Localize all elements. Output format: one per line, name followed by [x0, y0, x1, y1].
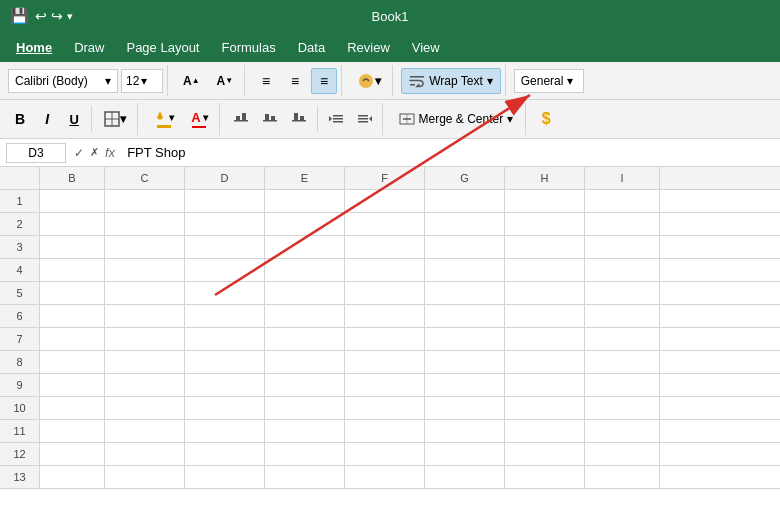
grid-cell[interactable] [585, 259, 660, 281]
align-top-right-button[interactable]: ≡ [311, 68, 337, 94]
grid-cell[interactable] [585, 420, 660, 442]
font-size-arrow[interactable]: ▾ [141, 74, 147, 88]
col-header-I[interactable]: I [585, 167, 660, 189]
align-bottom-left-button[interactable] [228, 106, 254, 132]
grid-cell[interactable] [505, 213, 585, 235]
font-size-selector[interactable]: 12 ▾ [121, 69, 163, 93]
grid-cell[interactable] [425, 443, 505, 465]
grid-cell[interactable] [40, 213, 105, 235]
grid-cell[interactable] [505, 190, 585, 212]
grid-cell[interactable] [105, 351, 185, 373]
grid-cell[interactable] [505, 236, 585, 258]
grid-cell[interactable] [265, 213, 345, 235]
row-header[interactable]: 1 [0, 190, 40, 212]
number-format-dropdown[interactable]: General ▾ [514, 69, 584, 93]
italic-button[interactable]: I [35, 106, 59, 132]
grid-cell[interactable] [40, 351, 105, 373]
grid-cell[interactable] [585, 466, 660, 488]
row-header[interactable]: 10 [0, 397, 40, 419]
grid-cell[interactable] [265, 351, 345, 373]
grid-cell[interactable] [40, 305, 105, 327]
grid-cell[interactable] [345, 236, 425, 258]
grid-cell[interactable] [505, 420, 585, 442]
row-header[interactable]: 2 [0, 213, 40, 235]
grid-cell[interactable] [505, 282, 585, 304]
grid-cell[interactable] [345, 190, 425, 212]
grid-cell[interactable] [345, 374, 425, 396]
number-format-arrow[interactable]: ▾ [567, 74, 573, 88]
grid-cell[interactable] [105, 328, 185, 350]
grid-cell[interactable] [425, 351, 505, 373]
menu-item-home[interactable]: Home [6, 36, 62, 59]
grid-cell[interactable] [40, 259, 105, 281]
grid-cell[interactable] [265, 236, 345, 258]
indent-decrease-button[interactable] [323, 106, 349, 132]
grid-cell[interactable] [265, 259, 345, 281]
grid-cell[interactable] [105, 374, 185, 396]
grid-cell[interactable] [505, 259, 585, 281]
grid-cell[interactable] [345, 351, 425, 373]
grid-cell[interactable] [40, 236, 105, 258]
save-icon[interactable]: 💾 [10, 7, 29, 25]
grid-cell[interactable] [585, 374, 660, 396]
grid-cell[interactable] [425, 328, 505, 350]
grid-cell[interactable] [505, 351, 585, 373]
grid-cell[interactable] [345, 305, 425, 327]
menu-item-data[interactable]: Data [288, 36, 335, 59]
row-header[interactable]: 6 [0, 305, 40, 327]
row-header[interactable]: 5 [0, 282, 40, 304]
undo-button[interactable]: ↩ [35, 8, 47, 24]
grid-cell[interactable] [425, 282, 505, 304]
grid-cell[interactable] [185, 351, 265, 373]
grid-cell[interactable] [185, 466, 265, 488]
wrap-text-arrow[interactable]: ▾ [487, 74, 493, 88]
grid-cell[interactable] [505, 328, 585, 350]
grid-cell[interactable] [425, 259, 505, 281]
grid-cell[interactable] [40, 282, 105, 304]
col-header-C[interactable]: C [105, 167, 185, 189]
grid-cell[interactable] [585, 213, 660, 235]
paint-format-button[interactable]: ▾ [350, 68, 388, 94]
grid-cell[interactable] [185, 213, 265, 235]
wrap-text-button[interactable]: Wrap Text ▾ [401, 68, 501, 94]
grid-cell[interactable] [505, 397, 585, 419]
grid-cell[interactable] [105, 236, 185, 258]
grid-cell[interactable] [265, 466, 345, 488]
underline-button[interactable]: U [62, 106, 86, 132]
grid-cell[interactable] [425, 236, 505, 258]
grid-cell[interactable] [425, 420, 505, 442]
grid-cell[interactable] [345, 259, 425, 281]
row-header[interactable]: 7 [0, 328, 40, 350]
menu-item-page-layout[interactable]: Page Layout [116, 36, 209, 59]
grid-cell[interactable] [105, 213, 185, 235]
grid-cell[interactable] [105, 282, 185, 304]
menu-item-view[interactable]: View [402, 36, 450, 59]
align-top-left-button[interactable]: ≡ [253, 68, 279, 94]
grid-cell[interactable] [345, 466, 425, 488]
font-family-selector[interactable]: Calibri (Body) ▾ [8, 69, 118, 93]
row-header[interactable]: 4 [0, 259, 40, 281]
currency-button[interactable]: $ [534, 106, 558, 132]
grid-cell[interactable] [345, 420, 425, 442]
grid-cell[interactable] [425, 213, 505, 235]
font-dropdown-arrow[interactable]: ▾ [105, 74, 111, 88]
row-header[interactable]: 13 [0, 466, 40, 488]
customize-button[interactable]: ▾ [67, 10, 73, 23]
grid-cell[interactable] [105, 397, 185, 419]
grid-cell[interactable] [585, 190, 660, 212]
grid-cell[interactable] [265, 374, 345, 396]
row-header[interactable]: 12 [0, 443, 40, 465]
grid-cell[interactable] [40, 466, 105, 488]
align-bottom-right-button[interactable] [286, 106, 312, 132]
grid-cell[interactable] [105, 443, 185, 465]
grid-cell[interactable] [185, 259, 265, 281]
grid-cell[interactable] [105, 190, 185, 212]
grid-cell[interactable] [40, 190, 105, 212]
col-header-G[interactable]: G [425, 167, 505, 189]
grid-cell[interactable] [265, 282, 345, 304]
formula-input[interactable] [123, 145, 774, 160]
align-top-center-button[interactable]: ≡ [282, 68, 308, 94]
paint-dropdown-arrow[interactable]: ▾ [375, 74, 381, 88]
increase-font-button[interactable]: A▲ [176, 68, 207, 94]
align-bottom-center-button[interactable] [257, 106, 283, 132]
